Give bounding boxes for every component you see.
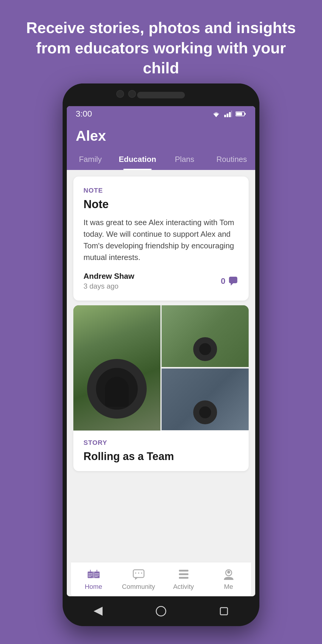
svg-rect-6 bbox=[231, 111, 232, 117]
photo-main bbox=[73, 305, 160, 431]
status-time: 3:00 bbox=[76, 109, 92, 119]
note-body: It was great to see Alex interacting wit… bbox=[83, 217, 239, 263]
phone-bottom-bar bbox=[67, 596, 255, 626]
activity-svg bbox=[177, 569, 190, 580]
comment-count: 0 bbox=[221, 276, 225, 286]
nav-label-community: Community bbox=[122, 583, 155, 591]
back-button[interactable] bbox=[92, 605, 104, 617]
svg-point-34 bbox=[156, 606, 166, 616]
svg-marker-33 bbox=[94, 607, 103, 616]
svg-rect-28 bbox=[179, 570, 188, 572]
comment-icon bbox=[228, 276, 239, 286]
story-card: STORY Rolling as a Team bbox=[73, 431, 249, 471]
svg-rect-3 bbox=[224, 115, 226, 117]
note-title: Note bbox=[83, 198, 239, 211]
nav-label-me: Me bbox=[224, 583, 233, 591]
status-bar: 3:00 bbox=[67, 106, 255, 122]
nav-label-home: Home bbox=[85, 583, 102, 591]
svg-rect-22 bbox=[95, 576, 98, 577]
svg-rect-4 bbox=[227, 114, 228, 117]
me-svg bbox=[222, 569, 235, 580]
svg-rect-9 bbox=[236, 112, 242, 115]
community-icon bbox=[131, 568, 146, 580]
phone-camera2 bbox=[128, 90, 136, 98]
photo-top-right bbox=[162, 305, 249, 367]
activity-icon bbox=[176, 568, 191, 580]
note-author: Andrew Shaw bbox=[83, 272, 134, 281]
phone-top bbox=[63, 83, 259, 107]
note-comments[interactable]: 0 bbox=[221, 276, 239, 286]
svg-rect-30 bbox=[179, 577, 188, 579]
svg-rect-25 bbox=[138, 572, 139, 574]
home-svg bbox=[87, 569, 100, 580]
svg-rect-35 bbox=[220, 608, 227, 615]
phone-frame: 3:00 bbox=[63, 83, 259, 626]
tab-education[interactable]: Education bbox=[114, 149, 161, 170]
svg-rect-19 bbox=[88, 576, 91, 577]
app-header: Alex bbox=[67, 122, 255, 149]
svg-rect-10 bbox=[229, 277, 237, 283]
home-circle-icon bbox=[156, 606, 166, 617]
svg-marker-27 bbox=[135, 578, 138, 580]
nav-item-me[interactable]: Me bbox=[206, 568, 251, 591]
status-icons bbox=[212, 111, 246, 117]
signal-icon bbox=[224, 111, 232, 117]
phone-screen: 3:00 bbox=[67, 106, 255, 596]
svg-rect-24 bbox=[135, 572, 136, 574]
svg-rect-17 bbox=[88, 573, 92, 574]
app-title: Alex bbox=[76, 128, 246, 149]
phone-camera bbox=[116, 90, 124, 98]
me-icon bbox=[221, 568, 236, 580]
tab-plans[interactable]: Plans bbox=[161, 149, 208, 170]
note-footer: Andrew Shaw 3 days ago 0 bbox=[83, 272, 239, 290]
tab-routines[interactable]: Routines bbox=[208, 149, 255, 170]
photo-bottom-right bbox=[162, 369, 249, 430]
wifi-icon bbox=[212, 111, 221, 117]
community-svg bbox=[132, 569, 145, 580]
svg-rect-21 bbox=[95, 575, 99, 575]
svg-rect-18 bbox=[88, 575, 92, 575]
tabs-container: Family Education Plans Routines bbox=[67, 149, 255, 170]
bottom-nav: Home Community bbox=[71, 562, 251, 596]
battery-icon bbox=[236, 111, 246, 117]
note-author-section: Andrew Shaw 3 days ago bbox=[83, 272, 134, 290]
nav-item-home[interactable]: Home bbox=[71, 568, 116, 591]
story-title: Rolling as a Team bbox=[83, 450, 239, 463]
nav-item-activity[interactable]: Activity bbox=[161, 568, 206, 591]
svg-rect-20 bbox=[95, 573, 99, 574]
svg-rect-29 bbox=[179, 573, 188, 575]
note-label: NOTE bbox=[83, 187, 239, 194]
svg-rect-5 bbox=[229, 112, 231, 117]
recent-button[interactable] bbox=[218, 605, 230, 617]
svg-rect-8 bbox=[244, 113, 246, 115]
tab-family[interactable]: Family bbox=[67, 149, 114, 170]
nav-item-community[interactable]: Community bbox=[116, 568, 161, 591]
photo-grid bbox=[73, 305, 249, 431]
home-button[interactable] bbox=[155, 605, 167, 617]
header-text: Receive stories, photos and insights fro… bbox=[0, 18, 322, 78]
svg-point-32 bbox=[227, 571, 230, 574]
note-time: 3 days ago bbox=[83, 282, 134, 290]
back-triangle-icon bbox=[94, 607, 103, 616]
svg-marker-11 bbox=[231, 283, 233, 286]
svg-rect-26 bbox=[141, 572, 142, 574]
nav-label-activity: Activity bbox=[173, 583, 194, 591]
recent-square-icon bbox=[220, 607, 228, 615]
story-label: STORY bbox=[83, 439, 239, 447]
phone-speaker bbox=[137, 92, 185, 98]
home-icon bbox=[86, 568, 101, 580]
content-area: NOTE Note It was great to see Alex inter… bbox=[67, 170, 255, 596]
note-card: NOTE Note It was great to see Alex inter… bbox=[73, 177, 249, 301]
